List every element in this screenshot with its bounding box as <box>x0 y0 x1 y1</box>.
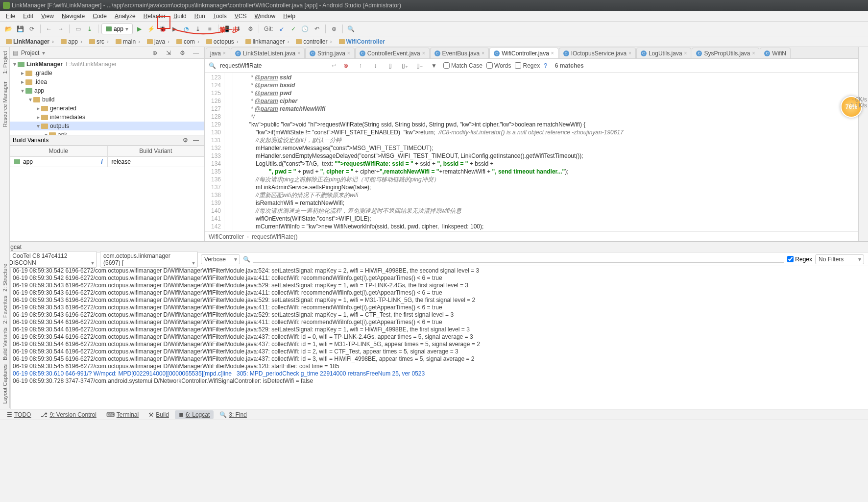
run-icon[interactable]: ▶ <box>134 24 145 34</box>
crumb-main[interactable]: main› <box>113 38 143 46</box>
hide-icon[interactable]: — <box>191 48 201 58</box>
tab-linkstatelisten-java[interactable]: CLinkStateListen.java× <box>231 48 305 58</box>
strip-build-variants[interactable]: Build Variants <box>2 327 8 360</box>
avd-icon[interactable]: 📱 <box>221 24 232 34</box>
tree-node-intermediates[interactable]: ▸intermediates <box>10 113 204 122</box>
menu-vcs[interactable]: VCS <box>231 12 251 21</box>
crumb-linkmanager[interactable]: linkmanager› <box>242 38 292 46</box>
tree-node-build[interactable]: ▾build <box>10 95 204 104</box>
help-icon[interactable]: ? <box>544 62 547 69</box>
menu-analyze[interactable]: Analyze <box>111 12 140 21</box>
close-icon[interactable]: ⊗ <box>340 60 351 71</box>
tab-string-java[interactable]: CString.java× <box>305 48 355 58</box>
crumb-wificontroller[interactable]: WifiController <box>336 38 388 46</box>
tree-node-apk[interactable]: ▾apk <box>10 130 204 135</box>
status-tab-6-logcat[interactable]: ≣ 6: Logcat <box>175 410 214 419</box>
remove-sel-icon[interactable]: ▯₋ <box>414 60 425 71</box>
menu-file[interactable]: File <box>2 12 19 21</box>
tree-node-.idea[interactable]: ▸.idea <box>10 77 204 86</box>
coverage-icon[interactable]: ▶ <box>169 24 180 34</box>
filter-icon[interactable]: ▼ <box>429 60 439 71</box>
attach-icon[interactable]: ⤓ <box>193 24 203 34</box>
words-check[interactable]: Words <box>486 62 511 69</box>
status-tab-todo[interactable]: ☰ TODO <box>3 410 35 419</box>
tab-wifin[interactable]: CWifiN <box>760 48 791 58</box>
device-icon[interactable]: ▭ <box>72 24 83 34</box>
tab-wificontroller-java[interactable]: CWifiController.java× <box>489 48 558 58</box>
git-revert-icon[interactable]: ↶ <box>312 24 322 34</box>
menu-run[interactable]: Run <box>191 12 209 21</box>
git-commit-icon[interactable]: ✓ <box>288 24 299 34</box>
tab-sysproputils-java[interactable]: CSysPropUtils.java× <box>692 48 759 58</box>
tree-node-app[interactable]: ▾app <box>10 86 204 95</box>
level-select[interactable]: Verbose <box>201 254 240 264</box>
logcat-search[interactable] <box>253 255 784 263</box>
run-config-combo[interactable]: app ▾ <box>101 24 133 34</box>
stop-icon[interactable]: ■ <box>204 24 215 34</box>
crumb-controller[interactable]: controller› <box>293 38 335 46</box>
info-icon[interactable]: i <box>101 158 102 165</box>
crumb-com[interactable]: com› <box>173 38 202 46</box>
table-row[interactable]: appi release <box>10 156 204 167</box>
back-icon[interactable]: ← <box>44 24 54 34</box>
debug-icon[interactable]: 🐞 <box>157 24 168 34</box>
add-sel-icon[interactable]: ▯₊ <box>399 60 410 71</box>
menu-help[interactable]: Help <box>279 12 299 21</box>
search-icon[interactable]: 🔍 <box>346 24 357 34</box>
menu-view[interactable]: View <box>37 12 58 21</box>
tab-java[interactable]: java× <box>206 48 230 58</box>
find-input[interactable] <box>220 62 328 69</box>
menu-code[interactable]: Code <box>89 12 111 21</box>
filter-select[interactable]: No Filters <box>815 254 864 264</box>
refresh-icon[interactable]: ⟳ <box>26 24 37 34</box>
profiler-icon[interactable]: ◔ <box>181 24 192 34</box>
crumb-octopus[interactable]: octopus› <box>203 38 241 46</box>
tab-eventbus-java[interactable]: CEventBus.java× <box>430 48 489 58</box>
process-select[interactable]: com.octopus.linkmanager (5697) [ <box>100 251 198 268</box>
gear-icon[interactable]: ⚙ <box>245 24 256 34</box>
logcat-output[interactable]: 06-19 08:59:30.542 6196-6272/com.octopus… <box>11 266 868 409</box>
menu-build[interactable]: Build <box>169 12 191 21</box>
sync-icon[interactable]: ⤓ <box>84 24 95 34</box>
menu-window[interactable]: Window <box>250 12 279 21</box>
status-tab-terminal[interactable]: ⌨ Terminal <box>102 410 143 419</box>
tree-node-outputs[interactable]: ▾outputs <box>10 122 204 130</box>
tab-controllerevent-java[interactable]: CControllerEvent.java× <box>355 48 430 58</box>
menu-refactor[interactable]: Refactor <box>140 12 169 21</box>
regex-check[interactable]: Regex <box>515 62 540 69</box>
gear-icon[interactable]: ⚙ <box>180 135 191 146</box>
select-all-icon[interactable]: ▯ <box>385 60 395 71</box>
target-icon[interactable]: ⊕ <box>149 48 160 58</box>
locate-icon[interactable]: ⊕ <box>329 24 339 34</box>
status-tab-build[interactable]: ⚒ Build <box>145 410 173 419</box>
save-icon[interactable]: 💾 <box>15 24 25 34</box>
project-tree[interactable]: ▾ LinkManager F:\wifi\LinkManager ▸.grad… <box>10 59 204 135</box>
tab-logutils-java[interactable]: CLogUtils.java× <box>636 48 692 58</box>
open-icon[interactable]: 📂 <box>3 24 14 34</box>
git-update-icon[interactable]: ↙ <box>276 24 287 34</box>
gear-icon[interactable]: ⚙ <box>177 48 188 58</box>
sdk-icon[interactable]: ⬇ <box>233 24 244 34</box>
hide-icon[interactable]: — <box>191 135 201 146</box>
strip-resource-manager[interactable]: Resource Manager <box>2 79 8 129</box>
next-icon[interactable]: ↓ <box>370 60 381 71</box>
strip-project[interactable]: 1: Project <box>2 49 8 75</box>
device-select[interactable]: ▯ CooTel C8 147c4112 [DISCONN <box>4 251 97 268</box>
crumb-app[interactable]: app› <box>58 38 85 46</box>
crumb-java[interactable]: java› <box>144 38 172 46</box>
menu-edit[interactable]: Edit <box>19 12 37 21</box>
tab-ioctopusservice-java[interactable]: CIOctopusService.java× <box>559 48 636 58</box>
apply-changes-icon[interactable]: ⚡ <box>145 24 156 34</box>
code-editor[interactable]: 1231241251261271281291301311321331341351… <box>205 73 858 231</box>
strip-layout-captures[interactable]: Layout Captures <box>2 364 8 404</box>
status-tab-9-version-control[interactable]: ⎇ 9: Version Control <box>37 410 100 419</box>
tree-node-generated[interactable]: ▸generated <box>10 104 204 113</box>
menu-navigate[interactable]: Navigate <box>58 12 89 21</box>
tree-node-.gradle[interactable]: ▸.gradle <box>10 69 204 77</box>
match-case-check[interactable]: Match Case <box>443 62 482 69</box>
menu-tools[interactable]: Tools <box>209 12 231 21</box>
forward-icon[interactable]: → <box>55 24 66 34</box>
status-tab-3-find[interactable]: 🔍 3: Find <box>216 410 251 419</box>
strip-structure[interactable]: 2: Structure <box>2 264 8 292</box>
crumb-src[interactable]: src› <box>86 38 112 46</box>
